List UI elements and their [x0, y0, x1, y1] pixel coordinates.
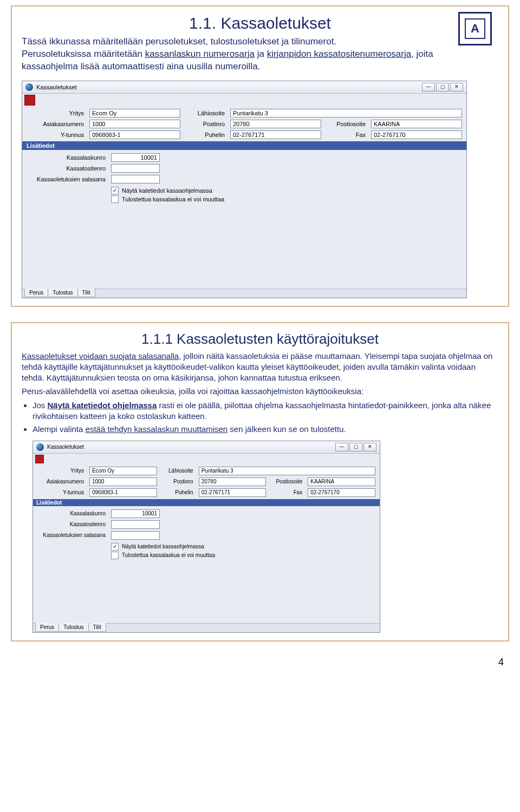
field-postinro[interactable]: 20780 — [230, 120, 321, 128]
bullet-1: Jos Näytä katetiedot ohjelmassa rasti ei… — [32, 400, 498, 422]
field-puhelin[interactable]: 02-2767171 — [230, 130, 321, 139]
field-kassalaskunro[interactable]: 10001 — [111, 153, 160, 162]
checkbox-katetiedot-label: Näytä katetiedot kassaohjelmassa — [122, 187, 212, 194]
empty-area — [22, 207, 466, 289]
slide1-title: 1.1. Kassaoletukset — [22, 14, 498, 32]
label-postiosoite: Postiosoite — [324, 121, 368, 127]
tab-tulostus[interactable]: Tulostus — [58, 623, 88, 632]
checkbox-tulostettua-label: Tulostettua kassalaskua ei voi muuttaa — [122, 552, 215, 558]
tab-perus[interactable]: Perus — [35, 623, 59, 632]
field-postinro[interactable]: 20780 — [199, 477, 266, 486]
section-lisatiedot: Lisätiedot — [33, 499, 380, 506]
field-salasana[interactable] — [111, 175, 160, 184]
window-maximize-button[interactable]: ▢ — [349, 443, 362, 451]
label-lahiosoite: Lähiosoite — [184, 110, 227, 116]
checkbox-tulostettua[interactable] — [111, 195, 119, 203]
tab-perus[interactable]: Perus — [24, 289, 48, 297]
label-asiakasnumero: Asiakasnumero — [27, 121, 86, 127]
label-ytunnus: Y-tunnus — [37, 489, 86, 495]
slide1-intro: Tässä ikkunassa määritellään perusoletuk… — [22, 36, 433, 73]
window-buttons: — ▢ ✕ — [422, 83, 463, 91]
label-postinro: Postinro — [184, 121, 227, 127]
form-lower: Kassalaskunro 10001 Kassatositenro Kassa… — [22, 150, 466, 207]
checkbox-katetiedot-label: Näytä katetiedot kassaohjelmassa — [122, 543, 204, 549]
label-kassatositenro: Kassatositenro — [37, 521, 108, 527]
tabs-bottom: Perus Tulostus Tilit — [33, 623, 380, 632]
slide2-p2: Perus-alavälilehdellä voi asettaa oikeuk… — [22, 386, 498, 397]
form-lower: Kassalaskunro 10001 Kassatositenro Kassa… — [33, 506, 380, 564]
field-yritys[interactable]: Ecom Oy — [89, 109, 180, 117]
window-title: Kassaoletukset — [36, 84, 77, 90]
tab-tulostus[interactable]: Tulostus — [48, 289, 77, 297]
checkbox-katetiedot[interactable] — [111, 543, 119, 551]
slide2-title: 1.1.1 Kassaoletusten käyttörajoitukset — [22, 331, 498, 348]
checkbox-tulostettua-label: Tulostettua kassalaskua ei voi muuttaa — [122, 196, 224, 202]
field-kassatositenro[interactable] — [111, 520, 160, 529]
label-salasana: Kassaoletuksien salasana — [37, 532, 108, 538]
field-lahiosoite[interactable]: Puntarikatu 3 — [230, 109, 462, 117]
txt-underline: Kassaoletukset voidaan suojata salasanal… — [22, 351, 179, 361]
field-asiakasnumero[interactable]: 1000 — [89, 477, 157, 486]
window-close-button[interactable]: ✕ — [450, 83, 463, 91]
field-asiakasnumero[interactable]: 1000 — [89, 120, 180, 128]
label-lahiosoite: Lähiosoite — [160, 468, 196, 474]
slide1-intro-line2: Perusoletuksissa määritetään kassanlasku… — [22, 48, 433, 73]
window-minimize-button[interactable]: — — [422, 83, 435, 91]
chk-row-katetiedot[interactable]: Näytä katetiedot kassaohjelmassa — [111, 187, 462, 194]
slide2-bullets: Jos Näytä katetiedot ohjelmassa rasti ei… — [22, 400, 498, 435]
field-puhelin[interactable]: 02-2767171 — [199, 488, 266, 497]
tab-tilit[interactable]: Tilit — [77, 289, 95, 297]
label-puhelin: Puhelin — [184, 132, 227, 138]
slide2-p1: Kassaoletukset voidaan suojata salasanal… — [22, 351, 498, 384]
field-kassalaskunro[interactable]: 10001 — [111, 509, 160, 518]
app-icon — [36, 443, 44, 451]
red-square-icon[interactable] — [35, 455, 44, 463]
tab-tilit[interactable]: Tilit — [88, 623, 106, 632]
txt: ja — [255, 49, 267, 59]
window-buttons: — ▢ ✕ — [335, 443, 376, 451]
field-kassatositenro[interactable] — [111, 164, 160, 173]
field-lahiosoite[interactable]: Puntarikatu 3 — [199, 467, 375, 475]
label-postiosoite: Postiosoite — [269, 479, 304, 484]
page-number: 4 — [0, 657, 504, 668]
window-maximize-button[interactable]: ▢ — [436, 83, 449, 91]
logo-box: A — [458, 12, 492, 45]
checkbox-tulostettua[interactable] — [111, 552, 119, 559]
label-asiakasnumero: Asiakasnumero — [37, 479, 86, 484]
txt-bold-underline: Näytä katetiedot ohjelmassa — [48, 401, 157, 410]
checkbox-katetiedot[interactable] — [111, 187, 119, 194]
chk-row-tulostettua[interactable]: Tulostettua kassalaskua ei voi muuttaa — [111, 195, 462, 203]
window-title: Kassaoletukset — [47, 444, 84, 450]
window-minimize-button[interactable]: — — [335, 443, 348, 451]
slide-2: 1.1.1 Kassaoletusten käyttörajoitukset K… — [11, 322, 509, 641]
label-kassalaskunro: Kassalaskunro — [27, 154, 108, 161]
red-square-icon[interactable] — [24, 95, 35, 106]
label-salasana: Kassaoletuksien salasana — [27, 176, 108, 182]
label-kassatositenro: Kassatositenro — [27, 165, 108, 172]
section-lisatiedot: Lisätiedot — [22, 141, 466, 150]
field-postiosoite[interactable]: KAARINA — [371, 120, 462, 128]
field-fax[interactable]: 02-2767170 — [371, 130, 462, 139]
app-icon — [25, 83, 33, 91]
slide-1: A 1.1. Kassaoletukset Tässä ikkunassa mä… — [11, 5, 509, 307]
window-close-button[interactable]: ✕ — [363, 443, 376, 451]
label-ytunnus: Y-tunnus — [27, 132, 86, 138]
app-window-large: Kassaoletukset — ▢ ✕ Yritys Ecom Oy Lähi… — [22, 81, 467, 298]
form-upper: Yritys Ecom Oy Lähiosoite Puntarikatu 3 … — [22, 106, 466, 141]
txt-underline: kirjanpidon kassatositenumerosarja — [267, 49, 411, 59]
label-fax: Fax — [269, 489, 304, 495]
chk-row-tulostettua[interactable]: Tulostettua kassalaskua ei voi muuttaa — [111, 552, 375, 559]
field-ytunnus[interactable]: 0968083-1 — [89, 130, 180, 139]
field-yritys[interactable]: Ecom Oy — [89, 467, 157, 475]
label-puhelin: Puhelin — [160, 489, 196, 495]
logo-letter: A — [465, 18, 485, 39]
txt-underline: kassanlaskun numerosarja — [145, 49, 255, 59]
txt: Jos — [32, 401, 48, 410]
field-postiosoite[interactable]: KAARINA — [308, 477, 375, 486]
field-fax[interactable]: 02-2767170 — [308, 488, 375, 497]
tabs-bottom: Perus Tulostus Tilit — [22, 289, 466, 298]
empty-area — [33, 564, 380, 623]
chk-row-katetiedot[interactable]: Näytä katetiedot kassaohjelmassa — [111, 543, 375, 551]
field-ytunnus[interactable]: 0968083-1 — [89, 488, 157, 497]
field-salasana[interactable] — [111, 531, 160, 540]
